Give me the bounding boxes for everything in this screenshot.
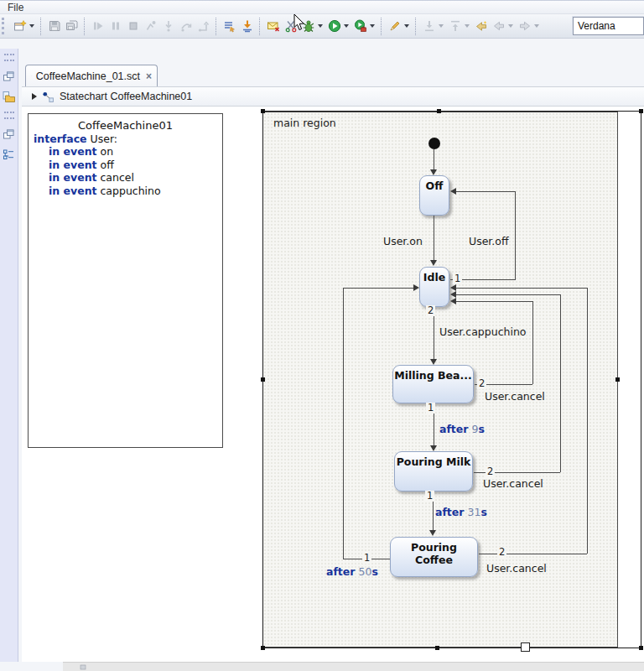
- resize-handle[interactable]: [437, 109, 441, 113]
- state-off[interactable]: Off: [419, 175, 449, 216]
- arrowhead-icon: [450, 298, 456, 304]
- transition-label-cancel[interactable]: User.cancel: [486, 562, 547, 575]
- project-explorer-icon[interactable]: [2, 89, 17, 104]
- transition-label-user-on[interactable]: User.on: [383, 235, 423, 247]
- resume-button[interactable]: [89, 17, 106, 35]
- transition-label-cancel[interactable]: User.cancel: [485, 390, 545, 403]
- transition-label-cancel[interactable]: User.cancel: [483, 477, 543, 490]
- transition-line[interactable]: [456, 191, 515, 192]
- pause-button[interactable]: [106, 17, 124, 35]
- transition-line[interactable]: [456, 294, 560, 295]
- disconnect-button[interactable]: [142, 17, 159, 35]
- validate-button[interactable]: [264, 17, 282, 35]
- toolbar-separator: [84, 18, 86, 35]
- state-pouring-coffee[interactable]: Pouring Coffee: [390, 537, 478, 577]
- step-into-button[interactable]: [159, 17, 177, 35]
- forward-button[interactable]: [516, 17, 533, 35]
- arrowhead-icon: [429, 530, 436, 536]
- breadcrumb-label[interactable]: Statechart CoffeeMachine01: [60, 91, 192, 102]
- transition-priority: 1: [453, 273, 462, 284]
- drop-to-frame-button[interactable]: [238, 17, 256, 35]
- transition-line[interactable]: [434, 216, 434, 260]
- resize-handle[interactable]: [261, 109, 265, 113]
- run-external-dropdown-icon[interactable]: [370, 24, 375, 28]
- step-return-button[interactable]: [195, 17, 212, 35]
- restore-view-button[interactable]: [2, 69, 17, 84]
- transition-label-after-31s[interactable]: after 31s: [435, 506, 487, 518]
- toolbar-separator: [259, 18, 261, 35]
- view-bar-drag-handle[interactable]: [4, 112, 14, 119]
- transition-line[interactable]: [456, 288, 587, 289]
- resize-handle[interactable]: [639, 109, 643, 113]
- state-milling-beans[interactable]: Milling Bea...: [392, 365, 474, 403]
- font-selector[interactable]: Verdana: [573, 17, 644, 35]
- back-button[interactable]: [490, 17, 507, 35]
- toolbar-drag-handle[interactable]: [2, 18, 7, 34]
- main-toolbar: Verdana: [0, 14, 644, 39]
- transition-line[interactable]: [532, 301, 533, 384]
- export-button[interactable]: [446, 17, 464, 35]
- resize-handle[interactable]: [261, 646, 265, 650]
- transition-line[interactable]: [515, 191, 516, 279]
- debug-dropdown-icon[interactable]: [318, 24, 323, 28]
- outline-view-icon[interactable]: [2, 147, 17, 162]
- save-all-button[interactable]: [63, 17, 80, 35]
- view-bar-drag-handle[interactable]: [4, 54, 14, 61]
- arrowhead-icon: [450, 284, 456, 291]
- new-wizard-dropdown-icon[interactable]: [29, 24, 34, 28]
- transition-label-after-9s[interactable]: after 9s: [439, 423, 485, 435]
- import-dropdown-icon[interactable]: [439, 24, 444, 28]
- new-wizard-button[interactable]: [11, 17, 29, 35]
- toolbar-separator: [40, 18, 42, 35]
- editor-tab[interactable]: CoffeeMachine_01.sct ×: [25, 65, 158, 86]
- transition-label-cappuchino[interactable]: User.cappuchino: [439, 325, 526, 338]
- transition-line[interactable]: [560, 294, 561, 472]
- transition-line[interactable]: [343, 288, 413, 289]
- arrowhead-icon: [430, 359, 437, 365]
- save-button[interactable]: [45, 17, 63, 35]
- region-label[interactable]: main region: [273, 117, 336, 129]
- resize-handle-south[interactable]: [521, 642, 530, 652]
- transition-line[interactable]: [434, 149, 434, 169]
- run-external-button[interactable]: [351, 17, 369, 35]
- transition-line[interactable]: [343, 288, 344, 559]
- state-label: Milling Bea...: [394, 369, 471, 382]
- arrowhead-icon: [430, 445, 437, 451]
- run-dropdown-icon[interactable]: [344, 24, 349, 28]
- export-dropdown-icon[interactable]: [465, 24, 470, 28]
- back-dropdown-icon[interactable]: [508, 24, 513, 28]
- run-button[interactable]: [325, 17, 343, 35]
- forward-dropdown-icon[interactable]: [534, 24, 539, 28]
- tab-close-icon[interactable]: ×: [146, 70, 152, 82]
- import-button[interactable]: [420, 17, 438, 35]
- resize-handle[interactable]: [639, 646, 643, 650]
- transition-priority: 2: [497, 547, 506, 558]
- transition-line[interactable]: [479, 554, 587, 554]
- use-step-filters-button[interactable]: [221, 17, 238, 35]
- state-pouring-milk[interactable]: Pouring Milk: [394, 451, 473, 492]
- statechart-icon: [42, 91, 55, 103]
- step-over-button[interactable]: [177, 17, 195, 35]
- arrowhead-icon: [430, 169, 437, 175]
- interface-definition-box[interactable]: CoffeeMachine01 interface User: in event…: [28, 113, 223, 448]
- toolbar-separator: [415, 18, 417, 35]
- format-diagram-dropdown-icon[interactable]: [404, 24, 409, 28]
- initial-state[interactable]: [428, 138, 440, 149]
- transition-priority: 2: [426, 305, 435, 316]
- breadcrumb-expander-icon[interactable]: [32, 93, 37, 100]
- resize-handle[interactable]: [615, 377, 620, 382]
- transition-label-after-50s[interactable]: after 50s: [326, 565, 378, 578]
- resize-handle[interactable]: [261, 377, 265, 382]
- format-diagram-button[interactable]: [386, 17, 403, 35]
- transition-label-user-off[interactable]: User.off: [469, 235, 509, 247]
- transition-line[interactable]: [456, 301, 532, 302]
- last-edit-location-button[interactable]: [472, 17, 490, 35]
- arrowhead-icon: [413, 284, 419, 291]
- menu-file[interactable]: File: [0, 2, 31, 13]
- arrowhead-icon: [430, 260, 437, 266]
- state-idle[interactable]: Idle: [419, 267, 449, 307]
- resize-handle[interactable]: [435, 646, 439, 650]
- restore-view-button[interactable]: [2, 127, 17, 142]
- transition-line[interactable]: [587, 288, 588, 554]
- terminate-button[interactable]: [124, 17, 142, 35]
